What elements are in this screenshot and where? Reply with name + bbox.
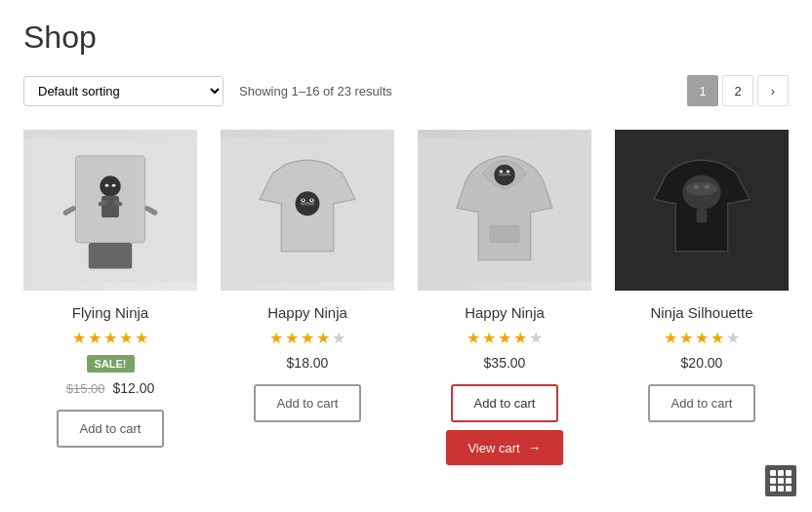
add-to-cart-button-happy-ninja-shirt[interactable]: Add to cart xyxy=(254,384,362,422)
star-4: ★ xyxy=(710,329,724,347)
svg-point-17 xyxy=(310,199,312,201)
grid-dot xyxy=(778,478,784,484)
star-4: ★ xyxy=(119,329,133,347)
star-3: ★ xyxy=(103,329,117,347)
svg-rect-20 xyxy=(499,174,510,177)
pagination-next-btn[interactable]: › xyxy=(757,75,789,106)
star-5: ★ xyxy=(135,329,148,347)
view-cart-label: View cart xyxy=(467,441,519,455)
svg-point-21 xyxy=(500,171,504,174)
product-name-ninja-silhouette: Ninja Silhouette xyxy=(650,304,752,321)
svg-rect-23 xyxy=(490,225,519,243)
page-btn-2[interactable]: 2 xyxy=(722,75,753,106)
star-2: ★ xyxy=(679,329,693,347)
star-1: ★ xyxy=(72,329,86,347)
grid-dot xyxy=(770,470,776,476)
star-2: ★ xyxy=(88,329,102,347)
star-4: ★ xyxy=(513,329,527,347)
product-image-flying-ninja xyxy=(23,130,197,291)
product-card-happy-ninja-shirt: Happy Ninja ★ ★ ★ ★ ★ $18.00 Add to cart xyxy=(221,130,394,465)
arrow-icon: → xyxy=(528,440,542,455)
add-to-cart-button-happy-ninja-hoodie[interactable]: Add to cart xyxy=(451,384,559,422)
page-btn-1[interactable]: 1 xyxy=(687,75,718,106)
grid-icon-button[interactable] xyxy=(765,465,796,485)
svg-point-27 xyxy=(686,182,717,196)
product-name-happy-ninja-hoodie: Happy Ninja xyxy=(465,304,545,321)
svg-rect-3 xyxy=(102,196,119,217)
svg-rect-26 xyxy=(697,210,708,222)
page-title: Shop xyxy=(23,20,789,56)
product-card-ninja-silhouette: Ninja Silhouette ★ ★ ★ ★ ★ $20.00 Add to… xyxy=(615,130,789,465)
product-image-ninja-silhouette xyxy=(615,130,789,291)
svg-point-29 xyxy=(705,185,710,189)
svg-point-2 xyxy=(100,176,120,196)
star-1: ★ xyxy=(467,329,480,347)
stars-flying-ninja: ★ ★ ★ ★ ★ xyxy=(72,329,148,347)
results-count: Showing 1–16 of 23 results xyxy=(239,84,392,98)
star-2: ★ xyxy=(285,329,299,347)
view-cart-button-happy-ninja-hoodie[interactable]: View cart → xyxy=(446,430,562,465)
product-name-happy-ninja-shirt: Happy Ninja xyxy=(267,304,347,321)
add-to-cart-button-flying-ninja[interactable]: Add to cart xyxy=(57,410,165,448)
svg-rect-8 xyxy=(89,243,133,269)
grid-dot xyxy=(786,478,792,484)
price-current-flying-ninja: $12.00 xyxy=(112,380,154,396)
star-4: ★ xyxy=(316,329,330,347)
star-5: ★ xyxy=(332,329,345,347)
svg-point-16 xyxy=(302,199,304,201)
svg-rect-13 xyxy=(301,202,314,206)
svg-point-10 xyxy=(112,184,116,187)
shop-toolbar: Default sorting Sort by popularity Sort … xyxy=(23,75,789,106)
star-3: ★ xyxy=(695,329,709,347)
price-happy-ninja-shirt: $18.00 xyxy=(287,355,329,371)
products-grid: Flying Ninja ★ ★ ★ ★ ★ SALE! $15.00 $12.… xyxy=(23,130,789,465)
price-ninja-silhouette: $20.00 xyxy=(681,355,723,371)
star-5: ★ xyxy=(529,329,543,347)
price-wrap-flying-ninja: $15.00 $12.00 xyxy=(66,380,155,396)
grid-dot xyxy=(778,470,784,476)
svg-point-22 xyxy=(507,171,510,174)
price-original-flying-ninja: $15.00 xyxy=(66,381,105,396)
product-card-happy-ninja-hoodie: Happy Ninja ★ ★ ★ ★ ★ $35.00 Add to cart… xyxy=(418,130,591,465)
grid-dot xyxy=(786,470,792,476)
star-3: ★ xyxy=(498,329,511,347)
product-card-flying-ninja: Flying Ninja ★ ★ ★ ★ ★ SALE! $15.00 $12.… xyxy=(23,130,197,465)
stars-happy-ninja-shirt: ★ ★ ★ ★ ★ xyxy=(269,329,345,347)
sale-badge-flying-ninja: SALE! xyxy=(87,355,135,373)
star-1: ★ xyxy=(269,329,283,347)
star-2: ★ xyxy=(482,329,496,347)
pagination: 1 2 › xyxy=(687,75,789,106)
price-happy-ninja-hoodie: $35.00 xyxy=(484,355,526,371)
stars-ninja-silhouette: ★ ★ ★ ★ ★ xyxy=(664,329,740,347)
product-name-flying-ninja: Flying Ninja xyxy=(72,304,148,321)
grid-dot xyxy=(770,478,776,484)
star-1: ★ xyxy=(664,329,677,347)
product-image-happy-ninja-hoodie xyxy=(418,130,591,291)
product-image-happy-ninja-shirt xyxy=(221,130,394,291)
svg-point-9 xyxy=(105,184,109,187)
add-to-cart-button-ninja-silhouette[interactable]: Add to cart xyxy=(648,384,756,422)
star-5: ★ xyxy=(726,329,740,347)
sorting-select[interactable]: Default sorting Sort by popularity Sort … xyxy=(23,76,223,106)
stars-happy-ninja-hoodie: ★ ★ ★ ★ ★ xyxy=(467,329,543,347)
star-3: ★ xyxy=(301,329,314,347)
svg-point-28 xyxy=(694,185,699,189)
